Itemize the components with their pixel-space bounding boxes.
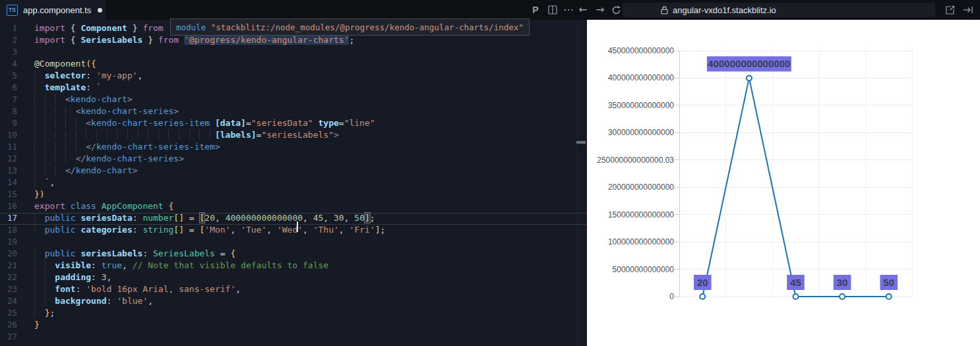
series-labels: 20400000000000000453050 xyxy=(694,56,898,290)
line-number: 11 xyxy=(0,142,17,152)
y-tick-label: 250000000000000.03 xyxy=(597,156,674,165)
line-number: 6 xyxy=(0,82,17,92)
tooltip-module-path: "stackblitz:/node_modules/@progress/kend… xyxy=(211,22,524,32)
line-number: 23 xyxy=(0,284,17,294)
code-line[interactable]: 27 xyxy=(0,332,587,343)
line-number: 25 xyxy=(0,308,17,318)
code-line[interactable]: 4@Component({ xyxy=(0,59,587,71)
code-line[interactable]: 5 selector: 'my-app', xyxy=(0,71,587,82)
line-number: 16 xyxy=(0,201,17,211)
line-number: 9 xyxy=(0,118,17,128)
y-tick-label: 300000000000000 xyxy=(608,128,674,137)
line-number: 18 xyxy=(0,225,17,235)
code-line[interactable]: 11 </kendo-chart-series-item> xyxy=(0,142,587,154)
line-number: 22 xyxy=(0,272,17,282)
line-number: 1 xyxy=(0,23,17,33)
line-number: 24 xyxy=(0,296,17,306)
series-marker xyxy=(793,294,799,299)
code-line[interactable]: 3 xyxy=(0,47,587,59)
code-line[interactable]: 22 padding: 3, xyxy=(0,272,587,284)
series-label-text: 50 xyxy=(883,277,894,288)
reload-icon[interactable] xyxy=(608,0,624,20)
tooltip-keyword: module xyxy=(176,22,206,32)
editor-scrollbar-track[interactable] xyxy=(577,20,578,346)
y-tick-label: 0 xyxy=(669,292,674,301)
code-line[interactable]: 16export class AppComponent { xyxy=(0,201,587,213)
url-text: angular-vxdo1f.stackblitz.io xyxy=(673,5,776,15)
overview-ruler-mark xyxy=(576,141,586,144)
y-tick-label: 400000000000000 xyxy=(608,73,674,82)
typescript-file-icon: TS xyxy=(7,5,18,16)
code-line[interactable]: 2import { SeriesLabels } from '@progress… xyxy=(0,35,587,47)
code-editor[interactable]: 1import { Component } from '@angular/cor… xyxy=(0,20,587,346)
code-line[interactable]: 12 </kendo-chart-series> xyxy=(0,154,587,165)
tab-title: app.component.ts xyxy=(23,5,91,15)
y-tick-label: 150000000000000 xyxy=(608,210,674,219)
series-label-text: 20 xyxy=(697,277,708,288)
y-tick-label: 100000000000000 xyxy=(608,237,674,246)
line-number: 5 xyxy=(0,71,17,80)
series-label-text: 400000000000000 xyxy=(708,58,790,69)
code-line[interactable]: 14 `, xyxy=(0,177,587,189)
code-line[interactable]: 13 </kendo-chart> xyxy=(0,165,587,177)
series-marker xyxy=(840,294,845,299)
line-number: 26 xyxy=(0,320,17,330)
line-number: 21 xyxy=(0,260,17,270)
line-number: 4 xyxy=(0,59,17,69)
code-line[interactable]: 7 <kendo-chart> xyxy=(0,94,587,106)
code-line[interactable]: 9 <kendo-chart-series-item [data]="serie… xyxy=(0,118,587,130)
code-line[interactable]: 24 background: 'blue', xyxy=(0,296,587,308)
line-number: 20 xyxy=(0,248,17,258)
line-number: 13 xyxy=(0,165,17,175)
line-number: 12 xyxy=(0,154,17,163)
preview-pane: 4500000000000004000000000000003500000000… xyxy=(587,20,980,346)
y-tick-label: 200000000000000 xyxy=(608,183,674,192)
y-tick-label: 50000000000000 xyxy=(613,265,675,274)
code-line[interactable]: 19 xyxy=(0,237,587,248)
y-tick-label: 450000000000000 xyxy=(608,46,674,55)
code-line[interactable]: 6 template: ` xyxy=(0,82,587,94)
code-line[interactable]: 17 public seriesData: number[] = [20, 40… xyxy=(0,213,587,225)
more-actions-icon[interactable]: ⋯ xyxy=(561,0,576,20)
modified-dot-icon xyxy=(98,8,102,13)
forward-icon[interactable]: → xyxy=(592,0,608,20)
line-number: 14 xyxy=(0,177,17,187)
line-number: 10 xyxy=(0,130,17,140)
split-editor-icon[interactable] xyxy=(545,0,561,20)
stackblitz-window: TS app.component.ts P ⋯ ← → xyxy=(0,0,980,346)
code-line[interactable]: 10 [labels]="seriesLabels"> xyxy=(0,130,587,142)
line-number: 19 xyxy=(0,237,17,246)
series-label-text: 30 xyxy=(837,277,848,288)
line-number: 8 xyxy=(0,106,17,116)
series-marker xyxy=(700,294,705,299)
line-number: 27 xyxy=(0,332,17,341)
lock-icon xyxy=(661,6,668,14)
code-line[interactable]: 18 public categories: string[] = ['Mon',… xyxy=(0,225,587,237)
line-number: 2 xyxy=(0,35,17,45)
code-line[interactable]: 8 <kendo-chart-series> xyxy=(0,106,587,118)
open-in-new-window-icon[interactable] xyxy=(942,0,958,20)
code-line[interactable]: 25 }; xyxy=(0,308,587,320)
url-bar[interactable]: angular-vxdo1f.stackblitz.io xyxy=(623,3,935,17)
line-number: 7 xyxy=(0,94,17,104)
tab-app-component-ts[interactable]: TS app.component.ts xyxy=(0,0,106,20)
code-line[interactable]: 23 font: 'bold 16px Arial, sans-serif', xyxy=(0,284,587,296)
code-line[interactable]: 21 visible: true, // Note that visible d… xyxy=(0,260,587,272)
hover-tooltip: module "stackblitz:/node_modules/@progre… xyxy=(170,18,530,36)
code-line[interactable]: 26} xyxy=(0,320,587,332)
back-icon[interactable]: ← xyxy=(575,0,591,20)
series-marker xyxy=(886,294,892,299)
close-preview-panel-icon[interactable] xyxy=(960,0,976,20)
kendo-chart-svg[interactable]: 4500000000000004000000000000003500000000… xyxy=(587,20,980,346)
y-axis-labels: 4500000000000004000000000000003500000000… xyxy=(597,46,674,301)
series-label-text: 45 xyxy=(790,277,801,288)
y-tick-label: 350000000000000 xyxy=(608,101,674,110)
code-line[interactable]: 20 public seriesLabels: SeriesLabels = { xyxy=(0,248,587,260)
line-number: 17 xyxy=(0,213,17,223)
code-line[interactable]: 15}) xyxy=(0,189,587,201)
code-lines: 1import { Component } from '@angular/cor… xyxy=(0,23,587,343)
prettier-icon[interactable]: P xyxy=(528,0,543,20)
series-marker xyxy=(747,75,752,80)
line-number: 3 xyxy=(0,47,17,57)
line-number: 15 xyxy=(0,189,17,199)
